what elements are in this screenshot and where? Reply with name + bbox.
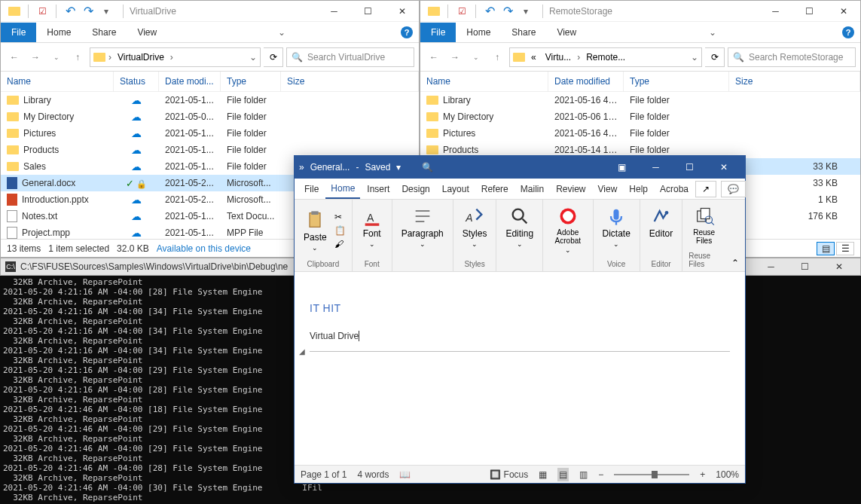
tab-view[interactable]: View	[593, 180, 623, 198]
col-date[interactable]: Date modified	[548, 72, 624, 91]
tab-refere[interactable]: Refere	[476, 180, 514, 198]
cut-icon[interactable]: ✂	[334, 212, 346, 222]
tab-home[interactable]: Home	[325, 179, 360, 199]
minimize-button[interactable]: ─	[754, 256, 788, 277]
col-name[interactable]: Name	[1, 72, 114, 91]
file-row[interactable]: Pictures ☁ 2021-05-1... File folder	[1, 125, 419, 142]
tab-view[interactable]: View	[546, 23, 587, 42]
autosave-icon[interactable]: »	[299, 162, 304, 173]
file-row[interactable]: Library ☁ 2021-05-1... File folder	[1, 92, 419, 108]
qat-dropdown[interactable]: ▾	[99, 4, 114, 19]
tab-file[interactable]: File	[1, 23, 36, 42]
tab-review[interactable]: Review	[551, 180, 591, 198]
address-dropdown[interactable]: ⌄	[249, 52, 257, 63]
tab-home[interactable]: Home	[36, 23, 81, 42]
breadcrumb-item[interactable]: Remote...	[583, 50, 628, 64]
help-icon[interactable]: ?	[842, 26, 854, 38]
up-button[interactable]: ↑	[488, 48, 506, 66]
qat-dropdown[interactable]: ▾	[518, 4, 533, 19]
paste-button[interactable]: Paste ⌄	[301, 206, 330, 255]
search-input[interactable]: 🔍 Search RemoteStorage	[728, 47, 856, 67]
up-button[interactable]: ↑	[69, 48, 87, 66]
zoom-in[interactable]: +	[700, 469, 705, 480]
collapse-ribbon[interactable]: ⌃	[725, 255, 745, 271]
col-date[interactable]: Date modi...	[159, 72, 221, 91]
breadcrumb-chevron[interactable]: ›	[577, 52, 580, 63]
address-bar[interactable]: « Virtu... › Remote... ⌄	[509, 47, 702, 67]
back-button[interactable]: ←	[5, 48, 23, 66]
forward-button[interactable]: →	[26, 48, 44, 66]
collapse-marker[interactable]: ◢	[299, 347, 305, 356]
ribbon-chevron[interactable]: ⌄	[709, 27, 716, 38]
view-details[interactable]: ☰	[836, 242, 854, 255]
minimize-button[interactable]: ─	[317, 1, 351, 22]
col-status[interactable]: Status	[114, 72, 159, 91]
tab-file[interactable]: File	[420, 23, 456, 42]
address-dropdown[interactable]: ⌄	[691, 52, 698, 63]
refresh-button[interactable]: ⟳	[705, 47, 725, 67]
paragraph-button[interactable]: Paragraph ⌄	[398, 203, 447, 251]
font-button[interactable]: A Font ⌄	[359, 203, 386, 251]
zoom-level[interactable]: 100%	[716, 469, 739, 480]
col-type[interactable]: Type	[624, 72, 729, 91]
help-icon[interactable]: ?	[401, 26, 413, 38]
undo-icon[interactable]: ↶	[63, 4, 78, 19]
maximize-button[interactable]: ☐	[351, 1, 385, 22]
breadcrumb-chevron[interactable]: ›	[170, 52, 173, 63]
forward-button[interactable]: →	[446, 48, 464, 66]
address-bar[interactable]: › VirtualDrive › ⌄	[90, 47, 261, 67]
share-button[interactable]: ↗	[695, 181, 716, 197]
close-button[interactable]: ✕	[826, 1, 860, 22]
read-mode-icon[interactable]: ▦	[539, 469, 547, 480]
reuse-files-button[interactable]: Reuse Files	[688, 203, 719, 248]
page-indicator[interactable]: Page 1 of 1	[301, 469, 347, 480]
tab-share[interactable]: Share	[501, 23, 546, 42]
breadcrumb-chevron[interactable]: ›	[108, 52, 111, 63]
maximize-button[interactable]: ☐	[788, 256, 822, 277]
properties-icon[interactable]: ☑	[454, 4, 469, 19]
breadcrumb-item[interactable]: «	[528, 50, 539, 64]
document-canvas[interactable]: ◢ IT HIT Virtual Drive	[295, 272, 745, 465]
recent-dropdown[interactable]: ⌄	[47, 48, 66, 66]
tab-help[interactable]: Help	[624, 180, 653, 198]
maximize-button[interactable]: ☐	[673, 157, 707, 178]
file-row[interactable]: Library 2021-05-16 4:... File folder	[420, 92, 860, 108]
styles-button[interactable]: A Styles ⌄	[460, 203, 490, 251]
save-dropdown[interactable]: ▾	[396, 162, 401, 173]
focus-mode[interactable]: 🔲 Focus	[490, 469, 528, 480]
minimize-button[interactable]: ─	[759, 1, 792, 22]
properties-icon[interactable]: ☑	[35, 4, 50, 19]
web-layout-icon[interactable]: ▥	[579, 469, 588, 480]
refresh-button[interactable]: ⟳	[264, 47, 283, 67]
col-name[interactable]: Name	[420, 72, 548, 91]
breadcrumb-item[interactable]: VirtualDrive	[114, 50, 167, 64]
word-count[interactable]: 4 words	[357, 469, 389, 480]
tab-acroba[interactable]: Acroba	[655, 180, 694, 198]
view-tiles[interactable]: ▤	[817, 242, 835, 255]
comments-button[interactable]: 💬	[721, 181, 746, 197]
file-row[interactable]: My Directory ☁ 2021-05-0... File folder	[1, 108, 419, 125]
redo-icon[interactable]: ↷	[500, 4, 515, 19]
tab-view[interactable]: View	[127, 23, 167, 42]
dictate-button[interactable]: Dictate ⌄	[600, 203, 634, 251]
tab-design[interactable]: Design	[396, 180, 435, 198]
search-icon[interactable]: 🔍	[422, 162, 433, 173]
doc-title[interactable]: Virtual Drive	[310, 317, 730, 352]
editing-button[interactable]: Editing ⌄	[502, 203, 536, 251]
redo-icon[interactable]: ↷	[81, 4, 96, 19]
format-painter-icon[interactable]: 🖌	[334, 239, 346, 249]
col-type[interactable]: Type	[221, 72, 281, 91]
col-size[interactable]: Size	[281, 72, 419, 91]
zoom-slider[interactable]	[614, 474, 689, 475]
minimize-button[interactable]: ─	[639, 157, 673, 178]
close-button[interactable]: ✕	[385, 1, 419, 22]
ribbon-display-button[interactable]: ▣	[605, 157, 639, 178]
tab-home[interactable]: Home	[456, 23, 501, 42]
maximize-button[interactable]: ☐	[792, 1, 826, 22]
editor-button[interactable]: Editor	[646, 203, 676, 242]
tab-mailin[interactable]: Mailin	[515, 180, 549, 198]
acrobat-button[interactable]: Adobe Acrobat ⌄	[549, 203, 586, 257]
undo-icon[interactable]: ↶	[482, 4, 497, 19]
file-row[interactable]: My Directory 2021-05-06 11... File folde…	[420, 108, 860, 125]
close-button[interactable]: ✕	[707, 157, 740, 178]
